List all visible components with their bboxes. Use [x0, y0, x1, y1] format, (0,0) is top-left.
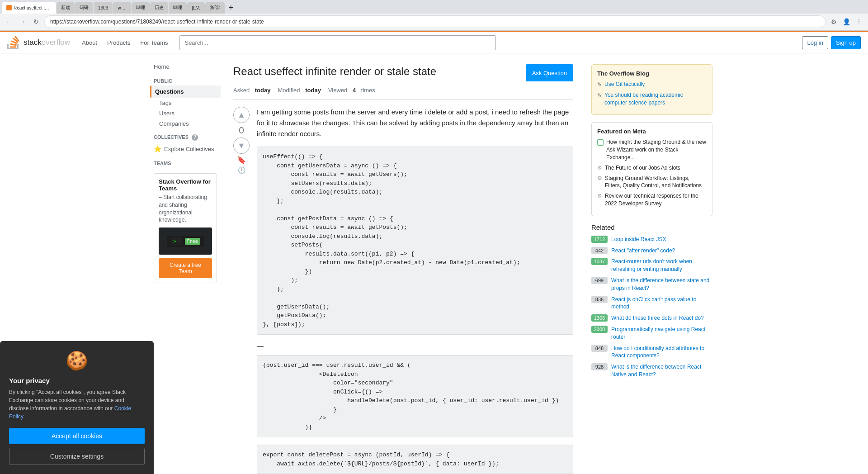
- address-bar[interactable]: https://stackoverflow.com/questions/7180…: [44, 15, 826, 28]
- meta-item-2[interactable]: ⚙ The Future of our Jobs Ad slots: [597, 164, 707, 172]
- tab[interactable]: 新建: [57, 2, 75, 14]
- question-title: React useffect infinite render or stale …: [233, 64, 519, 78]
- search-input[interactable]: [179, 35, 496, 50]
- blog-item-2[interactable]: ✎ You should be reading academic compute…: [597, 91, 707, 107]
- sidebar-questions[interactable]: Questions: [150, 85, 221, 98]
- question-body: I am getting some posts from the server …: [257, 107, 573, 474]
- accept-cookies-button[interactable]: Accept all cookies: [9, 428, 145, 444]
- meta-item-1[interactable]: How might the Staging Ground & the new A…: [597, 138, 707, 161]
- sidebar-teams-label: TEAMS: [150, 155, 221, 168]
- related-link[interactable]: What do these three dots in React do?: [611, 314, 704, 322]
- ask-question-button[interactable]: Ask Question: [526, 64, 573, 81]
- tab[interactable]: [EV:: [187, 2, 205, 14]
- related-link[interactable]: React "after render" code?: [611, 247, 675, 255]
- url-text: https://stackoverflow.com/questions/7180…: [50, 19, 264, 25]
- related-item: 1712Loop inside React JSX: [591, 236, 712, 243]
- extensions-button[interactable]: ⚙: [828, 16, 839, 27]
- sidebar-home[interactable]: Home: [150, 61, 221, 73]
- question-header: React useffect infinite render or stale …: [233, 64, 573, 81]
- teams-promo-desc: – Start collaborating and sharing organi…: [159, 194, 212, 224]
- back-button[interactable]: ←: [4, 16, 14, 27]
- downvote-button[interactable]: ▼: [233, 137, 250, 154]
- browser-nav: ← → ↻ https://stackoverflow.com/question…: [0, 14, 868, 30]
- nav-about[interactable]: About: [77, 37, 102, 49]
- related-score: 848: [591, 345, 608, 352]
- so-sidebar: Home PUBLIC Questions Tags Users Compani…: [148, 53, 222, 474]
- meta-item-4[interactable]: ⚙ Review our technical responses for the…: [597, 192, 707, 208]
- related-link[interactable]: React js onClick can't pass value to met…: [611, 296, 712, 311]
- tab[interactable]: 1303: [94, 2, 113, 14]
- pencil-icon-1: ✎: [597, 81, 602, 89]
- nav-for-teams[interactable]: For Teams: [136, 37, 172, 49]
- separator: —: [257, 342, 573, 350]
- related-link[interactable]: React-router urls don't work when refres…: [611, 258, 712, 273]
- cookie-title: Your privacy: [9, 377, 145, 384]
- so-right-sidebar: The Overflow Blog ✎ Use Git tactically ✎…: [584, 53, 720, 474]
- checkbox-icon-1: [597, 139, 604, 146]
- related-title: Related: [591, 223, 712, 231]
- related-item: 699What is the difference between state …: [591, 277, 712, 292]
- refresh-button[interactable]: ↻: [31, 16, 42, 27]
- sidebar-companies[interactable]: Companies: [150, 118, 221, 129]
- browser-tabs: React useffect infinite... 新建 码研 1303 ww…: [0, 0, 868, 14]
- related-link[interactable]: Loop inside React JSX: [611, 236, 666, 243]
- tab[interactable]: 哔哩: [132, 2, 150, 14]
- create-free-team-button[interactable]: Create a free Team: [159, 258, 212, 278]
- related-score: 1712: [591, 236, 608, 243]
- cookie-desc: By clicking "Accept all cookies", you ag…: [9, 388, 145, 421]
- so-logo[interactable]: stackoverflow: [7, 36, 70, 49]
- related-score: 442: [591, 247, 608, 254]
- related-score: 836: [591, 296, 608, 303]
- modified-meta: Modified today: [278, 87, 321, 94]
- related-link[interactable]: What is the difference between React Nat…: [611, 363, 712, 379]
- gear-icon-2: ⚙: [597, 164, 602, 172]
- sidebar-users[interactable]: Users: [150, 108, 221, 118]
- so-main: React useffect infinite render or stale …: [222, 53, 584, 474]
- tab[interactable]: 哔哩: [169, 2, 187, 14]
- forward-button[interactable]: →: [17, 16, 28, 27]
- related-item: 2000Programmatically navigate using Reac…: [591, 326, 712, 341]
- customize-settings-button[interactable]: Customize settings: [9, 448, 145, 465]
- profile-button[interactable]: 👤: [841, 16, 852, 27]
- login-button[interactable]: Log in: [802, 36, 828, 49]
- tab-favicon: [6, 5, 12, 10]
- blog-item-1[interactable]: ✎ Use Git tactically: [597, 81, 707, 89]
- so-search: [179, 35, 496, 50]
- related-items: 1712Loop inside React JSX442React "after…: [591, 236, 712, 379]
- tab[interactable]: 角部:: [205, 2, 225, 14]
- upvote-button[interactable]: ▲: [233, 107, 250, 123]
- related-score: 928: [591, 363, 608, 370]
- question-meta: Asked today Modified today Viewed 4 time…: [233, 87, 573, 100]
- tab[interactable]: www.: [113, 2, 131, 14]
- sidebar-tags[interactable]: Tags: [150, 98, 221, 108]
- related-link[interactable]: What is the difference between state and…: [611, 277, 712, 292]
- related-link[interactable]: Programmatically navigate using React ro…: [611, 326, 712, 341]
- bookmark-button[interactable]: 🔖: [237, 156, 246, 165]
- related-link[interactable]: How do I conditionally add attributes to…: [611, 345, 712, 360]
- nav-products[interactable]: Products: [103, 37, 135, 49]
- vote-count: 0: [239, 125, 244, 136]
- blog-box-title: The Overflow Blog: [597, 70, 707, 77]
- signup-button[interactable]: Sign up: [831, 36, 861, 49]
- so-logo-icon: [7, 36, 21, 49]
- so-logo-text: stackoverflow: [24, 38, 70, 47]
- active-tab[interactable]: React useffect infinite...: [2, 2, 56, 14]
- so-nav: About Products For Teams: [77, 37, 172, 49]
- history-button[interactable]: 🕐: [237, 166, 246, 175]
- sidebar-collectives-label: COLLECTIVES ?: [150, 129, 221, 142]
- free-badge: Free: [185, 238, 200, 244]
- new-tab-button[interactable]: +: [225, 3, 237, 13]
- related-score: 2000: [591, 326, 608, 333]
- related-item: 836React js onClick can't pass value to …: [591, 296, 712, 311]
- menu-button[interactable]: ⋮: [854, 16, 864, 27]
- related-item: 928What is the difference between React …: [591, 363, 712, 379]
- meta-item-3[interactable]: ⚙ Staging Ground Workflow: Listings, Fil…: [597, 175, 707, 190]
- so-auth: Log in Sign up: [802, 36, 861, 49]
- tab[interactable]: 码研: [75, 2, 93, 14]
- question-text: I am getting some posts from the server …: [257, 107, 573, 139]
- sidebar-explore-collectives[interactable]: ⭐ Explore Collectives: [150, 142, 221, 155]
- gear-icon-4: ⚙: [597, 192, 602, 200]
- sidebar-public-label: PUBLIC: [150, 73, 221, 85]
- blog-box: The Overflow Blog ✎ Use Git tactically ✎…: [591, 64, 712, 115]
- tab[interactable]: 历史: [150, 2, 168, 14]
